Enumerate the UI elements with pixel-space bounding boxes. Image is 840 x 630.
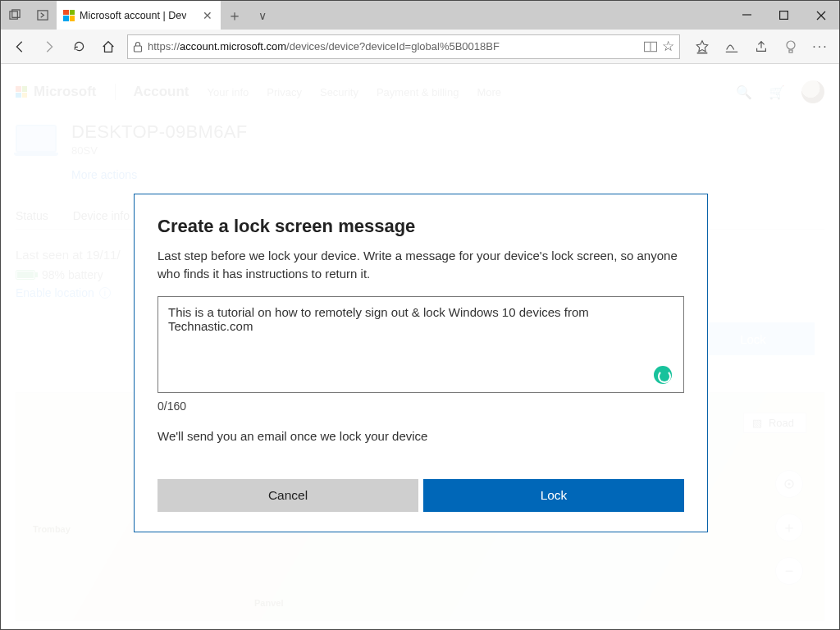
- url-input[interactable]: https://account.microsoft.com/devices/de…: [127, 34, 680, 59]
- spinner-icon: [654, 366, 672, 384]
- browser-titlebar: Microsoft account | Dev ✕ ＋ ∨: [1, 1, 839, 30]
- cancel-button[interactable]: Cancel: [158, 479, 418, 512]
- lock-button[interactable]: Lock: [423, 479, 684, 512]
- set-aside-tabs-icon[interactable]: [29, 9, 57, 21]
- refresh-button[interactable]: [65, 33, 93, 61]
- favorites-icon[interactable]: [688, 33, 716, 61]
- modal-description: Last step before we lock your device. Wr…: [158, 247, 684, 283]
- forward-button[interactable]: [35, 33, 63, 61]
- browser-tab[interactable]: Microsoft account | Dev ✕: [57, 1, 221, 30]
- lock-message-modal: Create a lock screen message Last step b…: [134, 194, 708, 532]
- svg-rect-4: [780, 11, 788, 20]
- lock-message-input[interactable]: This is a tutorial on how to remotely si…: [158, 296, 684, 393]
- address-bar: https://account.microsoft.com/devices/de…: [1, 30, 839, 64]
- more-icon[interactable]: ···: [806, 33, 834, 61]
- tab-chevron-icon[interactable]: ∨: [249, 9, 276, 22]
- svg-rect-7: [135, 46, 142, 52]
- svg-point-13: [787, 41, 795, 49]
- close-tab-icon[interactable]: ✕: [203, 9, 212, 22]
- char-counter: 0/160: [158, 399, 684, 413]
- close-window-button[interactable]: [802, 1, 839, 30]
- modal-title: Create a lock screen message: [158, 216, 684, 237]
- maximize-button[interactable]: [765, 1, 802, 30]
- favorite-star-icon[interactable]: ☆: [662, 38, 674, 55]
- tips-icon[interactable]: [777, 33, 805, 61]
- url-text: https://account.microsoft.com/devices/de…: [148, 40, 500, 52]
- lock-icon: [133, 41, 143, 52]
- lock-message-value: This is a tutorial on how to remotely si…: [168, 305, 589, 333]
- reading-view-icon[interactable]: [644, 41, 657, 52]
- tab-actions-icon[interactable]: [1, 9, 29, 21]
- svg-rect-14: [789, 50, 792, 52]
- share-icon[interactable]: [747, 33, 775, 61]
- email-note: We'll send you an email once we lock you…: [158, 429, 684, 443]
- ms-logo-icon: [63, 10, 75, 21]
- tab-title: Microsoft account | Dev: [80, 10, 186, 21]
- minimize-button[interactable]: [728, 1, 765, 30]
- svg-rect-2: [37, 11, 47, 20]
- new-tab-button[interactable]: ＋: [221, 6, 249, 25]
- home-button[interactable]: [94, 33, 122, 61]
- back-button[interactable]: [6, 33, 34, 61]
- notes-icon[interactable]: [718, 33, 746, 61]
